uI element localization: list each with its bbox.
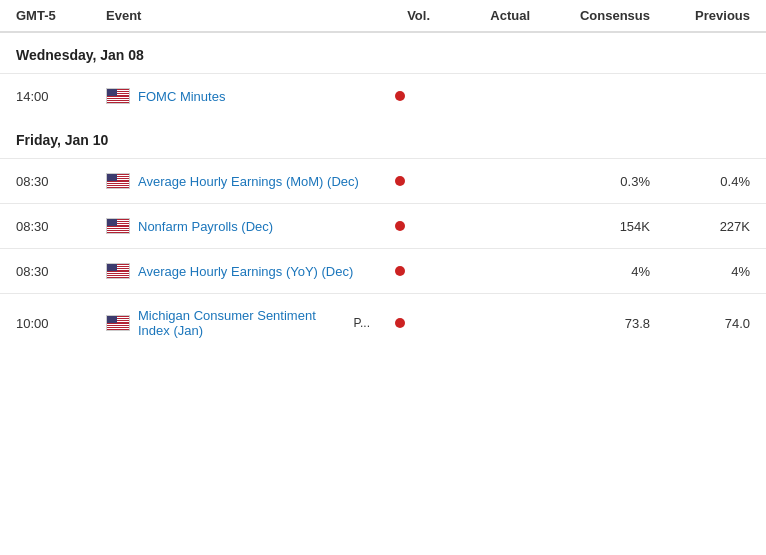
volatility-cell xyxy=(370,89,430,104)
event-cell: Average Hourly Earnings (MoM) (Dec) xyxy=(106,173,370,189)
table-row[interactable]: 08:30Average Hourly Earnings (MoM) (Dec)… xyxy=(0,158,766,203)
us-flag-icon xyxy=(106,263,130,279)
section-title-0: Wednesday, Jan 08 xyxy=(16,47,750,63)
header-vol: Vol. xyxy=(370,8,430,23)
volatility-dot xyxy=(395,318,405,328)
table-header: GMT-5 Event Vol. Actual Consensus Previo… xyxy=(0,0,766,33)
volatility-dot xyxy=(395,266,405,276)
event-name[interactable]: Average Hourly Earnings (MoM) (Dec) xyxy=(138,174,359,189)
consensus-value: 0.3% xyxy=(530,174,650,189)
consensus-value: 4% xyxy=(530,264,650,279)
event-cell: FOMC Minutes xyxy=(106,88,370,104)
previous-value: 0.4% xyxy=(650,174,750,189)
table-row[interactable]: 14:00FOMC Minutes xyxy=(0,73,766,118)
preview-tag: P... xyxy=(354,316,370,330)
header-previous: Previous xyxy=(650,8,750,23)
us-flag-icon xyxy=(106,315,130,331)
event-name[interactable]: Nonfarm Payrolls (Dec) xyxy=(138,219,273,234)
volatility-dot xyxy=(395,221,405,231)
previous-value: 227K xyxy=(650,219,750,234)
header-event: Event xyxy=(106,8,370,23)
event-name[interactable]: Average Hourly Earnings (YoY) (Dec) xyxy=(138,264,353,279)
volatility-dot xyxy=(395,176,405,186)
volatility-cell xyxy=(370,316,430,331)
us-flag-icon xyxy=(106,88,130,104)
event-cell: Michigan Consumer Sentiment Index (Jan)P… xyxy=(106,308,370,338)
event-time: 08:30 xyxy=(16,174,106,189)
table-row[interactable]: 08:30Nonfarm Payrolls (Dec)154K227K xyxy=(0,203,766,248)
section-header-1: Friday, Jan 10 xyxy=(0,118,766,158)
event-time: 08:30 xyxy=(16,219,106,234)
previous-value: 74.0 xyxy=(650,316,750,331)
event-cell: Average Hourly Earnings (YoY) (Dec) xyxy=(106,263,370,279)
section-title-1: Friday, Jan 10 xyxy=(16,132,750,148)
volatility-cell xyxy=(370,174,430,189)
header-consensus: Consensus xyxy=(530,8,650,23)
us-flag-icon xyxy=(106,218,130,234)
table-row[interactable]: 08:30Average Hourly Earnings (YoY) (Dec)… xyxy=(0,248,766,293)
us-flag-icon xyxy=(106,173,130,189)
event-name[interactable]: FOMC Minutes xyxy=(138,89,225,104)
event-cell: Nonfarm Payrolls (Dec) xyxy=(106,218,370,234)
event-name[interactable]: Michigan Consumer Sentiment Index (Jan) xyxy=(138,308,350,338)
volatility-dot xyxy=(395,91,405,101)
volatility-cell xyxy=(370,264,430,279)
consensus-value: 73.8 xyxy=(530,316,650,331)
event-time: 10:00 xyxy=(16,316,106,331)
previous-value: 4% xyxy=(650,264,750,279)
consensus-value: 154K xyxy=(530,219,650,234)
event-time: 08:30 xyxy=(16,264,106,279)
section-header-0: Wednesday, Jan 08 xyxy=(0,33,766,73)
volatility-cell xyxy=(370,219,430,234)
header-actual: Actual xyxy=(430,8,530,23)
table-row[interactable]: 10:00Michigan Consumer Sentiment Index (… xyxy=(0,293,766,352)
header-gmt: GMT-5 xyxy=(16,8,106,23)
sections-container: Wednesday, Jan 0814:00FOMC MinutesFriday… xyxy=(0,33,766,352)
event-time: 14:00 xyxy=(16,89,106,104)
economic-calendar-table: GMT-5 Event Vol. Actual Consensus Previo… xyxy=(0,0,766,352)
